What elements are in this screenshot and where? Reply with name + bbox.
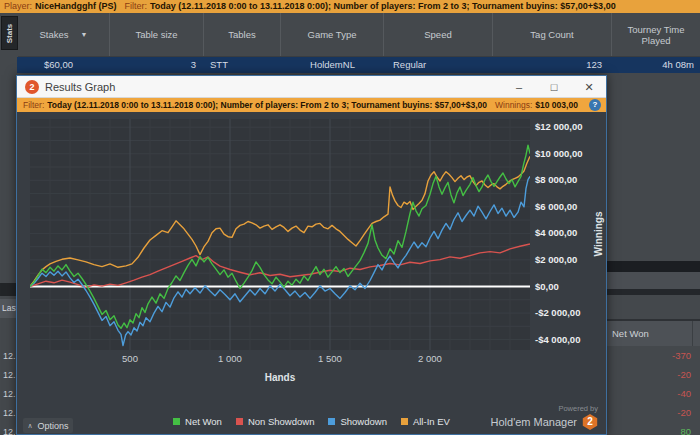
y-axis-label: $0,00 [535,281,605,292]
filter-value: Today (12.11.2018 0:00 to 13.11.2018 0:0… [47,100,487,110]
results-chart [30,119,530,350]
window-title-bar[interactable]: 2 Results Graph – □ ✕ [17,76,606,98]
column-label: Tag Count [530,29,573,40]
y-axis-label: -$2 000,00 [535,307,605,318]
cell-tourney-time: 4h 08m [612,57,700,73]
legend-item[interactable]: Net Won [173,416,222,427]
net-won-value[interactable]: -20 [605,403,700,422]
options-label: Options [38,421,69,431]
net-won-value[interactable]: -40 [605,384,700,403]
chevron-up-icon: ∧ [27,418,32,433]
legend-item[interactable]: Non Showdown [236,416,315,427]
column-label: Table size [135,29,177,40]
cell-game-type: HoldemNL [281,57,384,73]
cell-stakes: $60,00 [17,57,110,73]
legend-swatch-icon [328,418,335,425]
bg-net-won-rows: -370-20-40-2080 [605,346,700,435]
date-row[interactable]: 12. [0,404,16,423]
legend-item[interactable]: All-In EV [401,416,450,427]
column-label: Tables [228,29,255,40]
panel-strip [605,272,700,289]
column-label: Game Type [308,29,357,40]
results-graph-window: 2 Results Graph – □ ✕ Filter:Today (12.1… [16,75,607,435]
player-filter-bar: Player:NiceHandgghf (PS)Filter:Today (12… [0,0,700,13]
legend-swatch-icon [173,418,180,425]
panel-divider [605,261,700,272]
column-header-table-size[interactable]: Table size [110,13,204,56]
graph-filter-bar: Filter:Today (12.11.2018 0:00 to 13.11.2… [17,98,606,112]
x-axis-label: 2 000 [405,353,455,364]
window-title: Results Graph [45,76,115,98]
net-won-value[interactable]: -20 [605,365,700,384]
y-axis-title: Winnings [593,212,604,257]
hm2-badge-icon: 2 [582,414,598,430]
date-row[interactable]: 12. [0,347,16,366]
brand-name: Hold'em Manager [491,416,577,428]
net-won-value[interactable]: -370 [605,346,700,365]
winnings-label: Winnings: [495,100,532,110]
y-axis-label: $12 000,00 [535,121,605,132]
bg-column-header-net-won[interactable]: Net Won [605,321,700,346]
column-header-tourney-time[interactable]: Tourney Time Played [612,13,700,56]
powered-by-block: Powered by Hold'em Manager 2 [491,404,598,430]
maximize-button[interactable]: □ [547,81,561,93]
column-header-speed[interactable]: Speed [384,13,493,56]
bg-date-rows: 12.12.12.12.12. [0,347,16,435]
date-row[interactable]: 12. [0,385,16,404]
powered-by-label: Powered by [558,404,598,413]
cell-tables: STT [204,57,281,73]
series-line [30,156,530,286]
table-header: Stakes ▼ Table size Tables Game Type Spe… [18,13,700,57]
x-axis-label: 500 [105,353,155,364]
legend-item[interactable]: Showdown [328,416,386,427]
winnings-value: $10 003,00 [535,100,578,110]
y-axis-label: $10 000,00 [535,148,605,159]
chevron-down-icon[interactable]: ▼ [81,29,88,40]
close-button[interactable]: ✕ [582,81,596,94]
legend-label: Non Showdown [248,416,315,427]
column-header-tables[interactable]: Tables [204,13,281,56]
column-label: Tourney Time Played [616,24,696,46]
y-axis-label: $6 000,00 [535,201,605,212]
x-axis-label: 1 500 [305,353,355,364]
cell-tag-count: 123 [493,57,612,73]
legend-label: All-In EV [413,416,450,427]
date-row[interactable]: 12. [0,423,16,435]
help-icon[interactable]: ? [589,99,601,111]
filter-label: Filter: [125,1,148,11]
legend-swatch-icon [401,418,408,425]
hm2-logo-icon: 2 [25,80,39,94]
column-label: Speed [424,29,451,40]
column-header-game-type[interactable]: Game Type [281,13,384,56]
column-label: Stakes [40,29,69,40]
x-axis-label: 1 000 [205,353,255,364]
column-divider [692,321,693,346]
cell-speed: Regular [384,57,493,73]
column-header-stakes[interactable]: Stakes ▼ [18,13,110,56]
cell-table-size: 3 [110,57,204,73]
date-row[interactable]: 12. [0,366,16,385]
options-button[interactable]: ∧ Options [23,418,73,433]
column-label: Net Won [605,321,700,346]
x-axis-title: Hands [30,372,530,383]
stats-tab[interactable]: Stats [1,16,18,50]
bg-column-header-last[interactable]: Last [0,299,16,318]
column-header-tag-count[interactable]: Tag Count [493,13,612,56]
player-value: NiceHandgghf (PS) [35,1,117,11]
panel-divider [0,283,16,296]
panel-divider [605,289,700,295]
legend-label: Showdown [340,416,386,427]
chart-plot-area [30,119,530,350]
net-won-value[interactable]: 80 [605,422,700,435]
table-row-selected[interactable]: $60,00 3 STT HoldemNL Regular 123 4h 08m [17,57,700,73]
legend-swatch-icon [236,418,243,425]
y-axis-label: -$4 000,00 [535,334,605,345]
series-line [30,145,530,328]
stats-tab-label: Stats [5,19,14,49]
player-label: Player: [4,1,32,11]
y-axis-label: $8 000,00 [535,174,605,185]
minimize-button[interactable]: – [512,81,526,93]
legend-label: Net Won [185,416,222,427]
filter-value: Today (12.11.2018 0:00 to 13.11.2018 0:0… [150,1,616,11]
filter-label: Filter: [23,100,44,110]
